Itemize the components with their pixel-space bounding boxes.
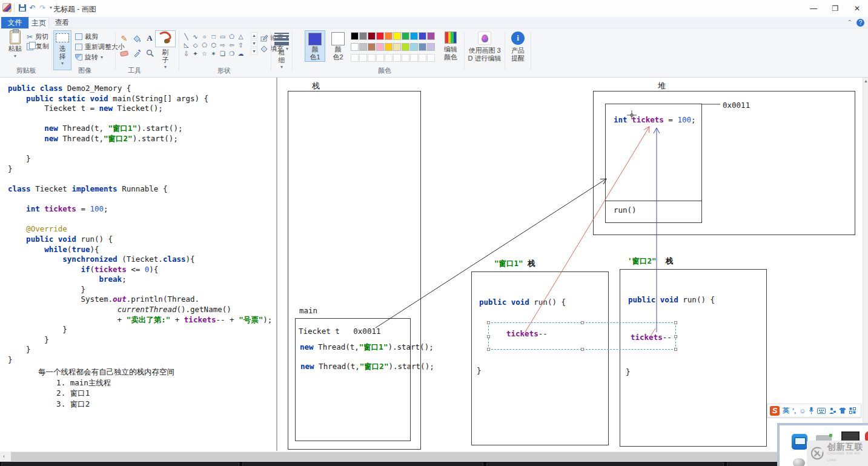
palette-color[interactable] (393, 32, 401, 40)
palette-color[interactable] (385, 32, 393, 40)
palette-empty-slot[interactable] (359, 54, 367, 62)
eyedropper-tool-button[interactable] (131, 48, 142, 58)
palette-color[interactable] (351, 32, 359, 40)
brushes-button[interactable]: 刷 子 ▾ (155, 30, 176, 70)
shape-tool[interactable]: ▭ (218, 32, 227, 41)
selection-handle[interactable] (674, 348, 677, 351)
color2-button[interactable]: 颜 色2 (328, 30, 348, 62)
palette-color[interactable] (419, 43, 426, 51)
shape-tool[interactable]: ⇩ (182, 49, 191, 58)
resize-button[interactable]: 重新调整大小 (75, 42, 125, 52)
selection-marquee[interactable] (488, 322, 676, 350)
ime-punctuation-toggle[interactable]: ’, (792, 407, 796, 414)
emoji-icon[interactable]: ☺ (799, 407, 806, 414)
palette-color[interactable] (368, 32, 376, 40)
eraser-tool-button[interactable] (119, 48, 130, 58)
drawing-canvas[interactable]: public class Demo2_Memory { public stati… (0, 78, 863, 451)
palette-color[interactable] (376, 32, 384, 40)
toolbox-grid-icon[interactable] (849, 407, 856, 414)
restore-button[interactable]: ❐ (824, 0, 846, 17)
shape-tool[interactable]: ⬡ (209, 41, 218, 49)
paste-button[interactable]: 粘贴 ▾ (5, 30, 25, 59)
palette-color[interactable] (385, 43, 393, 51)
taskbar-item[interactable] (1, 462, 239, 466)
collapse-ribbon-button[interactable]: ⌃ (847, 19, 852, 25)
shape-tool[interactable]: ⬠ (227, 32, 236, 41)
shape-tool[interactable]: □ (209, 32, 218, 41)
palette-color[interactable] (393, 43, 401, 51)
palette-empty-slot[interactable] (402, 54, 409, 62)
palette-color[interactable] (427, 32, 435, 40)
shape-tool[interactable]: ❍ (227, 49, 236, 58)
skin-tshirt-icon[interactable] (839, 407, 846, 414)
cut-button[interactable]: ✂ 剪切 (27, 32, 48, 41)
edit-colors-button[interactable]: 编辑 颜色 (444, 32, 457, 61)
magnifier-tool-button[interactable] (144, 48, 155, 58)
tab-file[interactable]: 文件 (1, 17, 28, 28)
shape-tool[interactable]: ╲ (182, 32, 191, 41)
shape-tool[interactable]: ☁ (236, 49, 245, 58)
palette-empty-slot[interactable] (368, 54, 376, 62)
minimize-button[interactable]: — (803, 0, 824, 17)
help-button[interactable]: ? (856, 19, 864, 27)
palette-color[interactable] (359, 32, 367, 40)
palette-empty-slot[interactable] (376, 54, 384, 62)
palette-color[interactable] (368, 43, 376, 51)
shape-tool[interactable]: ○ (200, 32, 209, 41)
edit-with-paint3d-button[interactable]: 使用画图 3 D 进行编辑 (468, 32, 502, 62)
palette-color[interactable] (376, 43, 384, 51)
shapes-scroll-down-button[interactable]: ▼ (251, 40, 257, 47)
palette-empty-slot[interactable] (351, 54, 359, 62)
shape-tool[interactable]: ◺ (182, 41, 191, 49)
palette-empty-slot[interactable] (385, 54, 393, 62)
copy-button[interactable]: 复制 (27, 42, 49, 51)
palette-color[interactable] (351, 43, 359, 51)
fill-tool-button[interactable] (131, 33, 142, 43)
pencil-tool-button[interactable]: ✎ (119, 33, 130, 43)
shape-tool[interactable]: ∿ (191, 32, 200, 41)
palette-color[interactable] (402, 43, 409, 51)
redo-button[interactable]: ↷ (38, 2, 48, 13)
shape-tool[interactable]: ❏ (218, 49, 227, 58)
shape-tool[interactable]: △ (236, 32, 245, 41)
crop-button[interactable]: 裁剪 (75, 32, 98, 41)
shape-tool[interactable]: ◇ (191, 41, 200, 49)
shapes-more-button[interactable]: ▼ (251, 48, 257, 55)
shape-tool[interactable]: ⇧ (236, 41, 245, 49)
selection-handle[interactable] (487, 321, 490, 324)
select-tool-button[interactable]: 选 择 ▾ (53, 30, 71, 70)
close-button[interactable]: ✕ (846, 0, 868, 17)
shape-tool[interactable]: ⇦ (227, 41, 236, 49)
palette-color[interactable] (410, 32, 418, 40)
palette-empty-slot[interactable] (410, 54, 418, 62)
tab-view[interactable]: 查看 (49, 17, 75, 28)
shape-tool[interactable]: ☆ (200, 49, 209, 58)
palette-empty-slot[interactable] (393, 54, 401, 62)
text-tool-button[interactable]: A (144, 33, 155, 43)
horizontal-scrollbar[interactable]: ‹ (0, 451, 868, 462)
shapes-scroll-up-button[interactable]: ▲ (251, 32, 257, 39)
selection-handle[interactable] (581, 348, 584, 351)
shape-tool[interactable]: ⇨ (218, 41, 227, 49)
microphone-icon[interactable] (809, 407, 814, 414)
palette-empty-slot[interactable] (419, 54, 426, 62)
ime-language-toggle[interactable]: 英 (783, 406, 789, 415)
selection-handle[interactable] (674, 321, 677, 324)
selection-handle[interactable] (674, 335, 677, 338)
vertical-scrollbar[interactable]: ▲ (863, 78, 868, 451)
rotate-button[interactable]: 旋转 ▾ (75, 53, 103, 62)
palette-empty-slot[interactable] (427, 54, 435, 62)
shape-tool[interactable]: ⬠ (200, 41, 209, 49)
selection-handle[interactable] (487, 348, 490, 351)
product-alerts-button[interactable]: i 产品 提醒 (508, 32, 528, 62)
palette-color[interactable] (359, 43, 367, 51)
save-button[interactable] (17, 2, 27, 13)
keyboard-icon[interactable] (817, 408, 826, 414)
shape-tool[interactable]: ✶ (209, 49, 218, 58)
palette-color[interactable] (427, 43, 435, 51)
sogou-logo-icon[interactable]: S (770, 406, 780, 416)
taskbar-item[interactable] (242, 462, 483, 466)
shape-tool[interactable]: ✦ (191, 49, 200, 58)
color1-button[interactable]: 颜 色1 (305, 30, 325, 62)
tab-home[interactable]: 主页 (28, 17, 49, 28)
